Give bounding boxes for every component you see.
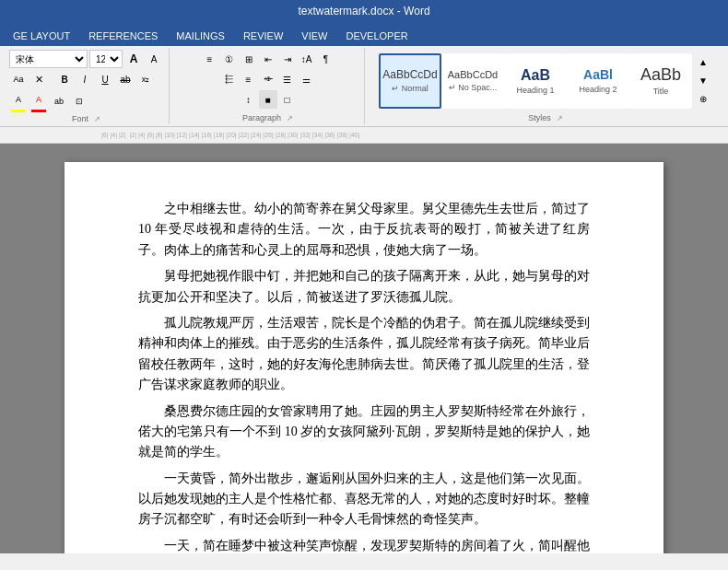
style-label-h2: Heading 2 xyxy=(579,85,616,94)
align-right-button[interactable]: ⬲ xyxy=(259,70,277,88)
styles-scroll-up[interactable]: ▲ xyxy=(694,53,712,72)
doc-page: 之中相继去世。幼小的简寄养在舅父母家里。舅父里德先生去世后，简过了 10 年受尽… xyxy=(65,162,663,553)
style-preview-title: AaBb xyxy=(640,65,681,86)
italic-button[interactable]: I xyxy=(76,70,94,88)
align-left-button[interactable]: ⬱ xyxy=(220,70,239,88)
style-item-nospace[interactable]: AaBbCcDd ↵ No Spac... xyxy=(441,53,504,109)
title-text: textwatermark.docx - Word xyxy=(298,5,429,17)
para-5: 一天，简在睡梦中被这种笑声惊醒，发现罗契斯特的房间着了火，简叫醒他并助他扑灭了火… xyxy=(138,536,590,553)
styles-group-label: Styles ↗ xyxy=(528,111,563,122)
font-name-select[interactable]: 宋体 xyxy=(9,50,88,68)
paragraph-group: ≡ ① ⊞ ⇤ ⇥ ↕A ¶ ⬱ ≡ ⬲ ☰ ⚌ ↕ ■ □ Paragraph… xyxy=(171,48,365,124)
font-color-bar xyxy=(31,110,46,112)
style-label-nospace: ↵ No Spac... xyxy=(449,83,498,92)
underline-button[interactable]: U xyxy=(96,70,114,88)
distributed-button[interactable]: ⚌ xyxy=(298,70,316,88)
tab-developer[interactable]: DEVELOPER xyxy=(336,26,417,46)
tab-references[interactable]: REFERENCES xyxy=(79,26,167,46)
multilevel-list-button[interactable]: ⊞ xyxy=(240,50,258,68)
style-preview-nospace: AaBbCcDd xyxy=(448,69,498,81)
shading-button[interactable]: ■ xyxy=(259,90,277,109)
clear-format-button[interactable]: ✕ xyxy=(29,70,48,88)
style-item-title[interactable]: AaBb Title xyxy=(629,53,692,109)
line-spacing-button[interactable]: ↕ xyxy=(240,90,258,109)
para-1: 舅母把她视作眼中钉，并把她和自己的孩子隔离开来，从此，她与舅母的对抗更加公开和坚… xyxy=(138,266,590,308)
doc-area[interactable]: 之中相继去世。幼小的简寄养在舅父母家里。舅父里德先生去世后，简过了 10 年受尽… xyxy=(0,144,728,553)
shrink-font-button[interactable]: A xyxy=(145,50,163,68)
title-bar: textwatermark.docx - Word xyxy=(0,0,728,22)
font-color-button[interactable]: A xyxy=(29,90,48,109)
style-label-normal: ↵ Normal xyxy=(392,84,429,93)
styles-group: AaBbCcDd ↵ Normal AaBbCcDd ↵ No Spac... … xyxy=(367,48,724,124)
align-center-button[interactable]: ≡ xyxy=(240,70,258,88)
style-label-title: Title xyxy=(653,87,669,96)
style-label-h1: Heading 1 xyxy=(516,86,554,95)
style-item-normal[interactable]: AaBbCcDd ↵ Normal xyxy=(379,53,441,109)
paragraph-group-label: Paragraph ↗ xyxy=(242,111,293,122)
grow-font-button[interactable]: A xyxy=(124,50,143,68)
para-2: 孤儿院教规严厉，生活艰苦，院长是个冷酷的伪君子。简在孤儿院继续受到精神和肉体上的… xyxy=(138,313,590,396)
border-button[interactable]: ⊡ xyxy=(70,92,88,111)
tab-review[interactable]: REVIEW xyxy=(234,26,292,46)
styles-more[interactable]: ⊕ xyxy=(694,90,712,109)
style-preview-h1: AaB xyxy=(521,66,550,84)
show-formatting-button[interactable]: ¶ xyxy=(317,50,335,68)
ribbon: 宋体 12 A A Aa ✕ B I U ab x₂ A A xyxy=(0,46,728,127)
highlight-button[interactable]: A xyxy=(9,90,28,109)
decrease-indent-button[interactable]: ⇤ xyxy=(259,50,277,68)
increase-indent-button[interactable]: ⇥ xyxy=(278,50,297,68)
ruler: |6| |4| |2| |2| |4| |6| |8| |10| |12| |1… xyxy=(0,127,728,144)
para-3: 桑恩费尔德庄园的女管家聘用了她。庄园的男主人罗契斯特经常在外旅行，偌大的宅第只有… xyxy=(138,401,590,463)
numbering-button[interactable]: ① xyxy=(220,50,239,68)
style-preview-h2: AaBl xyxy=(583,67,613,83)
strikethrough-button[interactable]: ab xyxy=(116,70,135,88)
border-para-button[interactable]: □ xyxy=(278,90,297,109)
justify-button[interactable]: ☰ xyxy=(278,70,297,88)
style-item-h2[interactable]: AaBl Heading 2 xyxy=(567,53,629,109)
tab-ge-layout[interactable]: GE LAYOUT xyxy=(4,26,79,46)
font-expand-icon[interactable]: ↗ xyxy=(94,115,100,123)
font-shading-button[interactable]: ab xyxy=(50,92,68,111)
para-4: 一天黄昏，简外出散步，邂逅刚从国外归来的主人，这是他们第一次见面。以后她发现她的… xyxy=(138,469,590,530)
style-item-h1[interactable]: AaB Heading 1 xyxy=(504,53,567,109)
font-group: 宋体 12 A A Aa ✕ B I U ab x₂ A A xyxy=(4,48,170,124)
styles-scroll-down[interactable]: ▼ xyxy=(694,72,712,90)
font-size-select[interactable]: 12 xyxy=(89,50,123,68)
ruler-inner: |6| |4| |2| |2| |4| |6| |8| |10| |12| |1… xyxy=(101,132,359,138)
tab-mailings[interactable]: MAILINGS xyxy=(167,26,234,46)
para-0: 之中相继去世。幼小的简寄养在舅父母家里。舅父里德先生去世后，简过了 10 年受尽… xyxy=(138,199,590,261)
sort-button[interactable]: ↕A xyxy=(298,50,316,68)
bullets-button[interactable]: ≡ xyxy=(201,50,219,68)
subscript-button[interactable]: x₂ xyxy=(136,70,155,88)
tab-view[interactable]: VIEW xyxy=(292,26,336,46)
bold-button[interactable]: B xyxy=(55,70,74,88)
styles-expand-icon[interactable]: ↗ xyxy=(557,114,563,122)
font-color-change-button[interactable]: Aa xyxy=(9,70,28,88)
ribbon-tabs: GE LAYOUT REFERENCES MAILINGS REVIEW VIE… xyxy=(0,22,728,46)
font-group-label: Font ↗ xyxy=(72,112,100,123)
style-preview-normal: AaBbCcDd xyxy=(382,68,437,81)
paragraph-expand-icon[interactable]: ↗ xyxy=(287,114,293,122)
styles-gallery: AaBbCcDd ↵ Normal AaBbCcDd ↵ No Spac... … xyxy=(379,50,712,111)
highlight-color-bar xyxy=(11,110,26,112)
